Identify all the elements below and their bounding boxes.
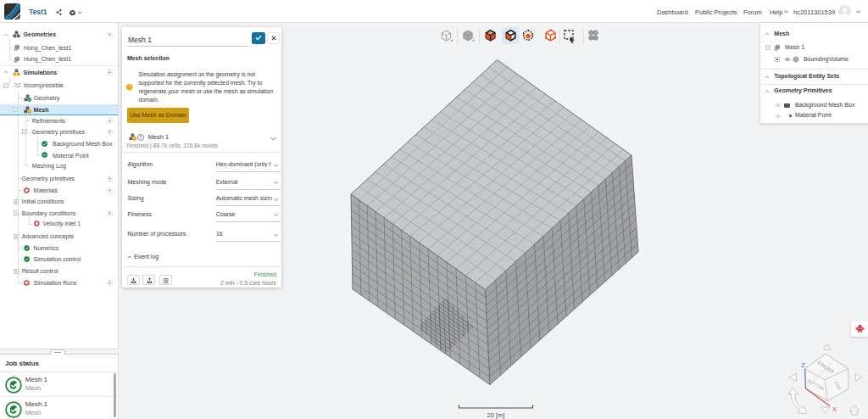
svg-text:20 [m]: 20 [m]	[487, 411, 505, 419]
svg-text:X: X	[832, 405, 837, 413]
svg-text:Z: Z	[801, 361, 805, 369]
